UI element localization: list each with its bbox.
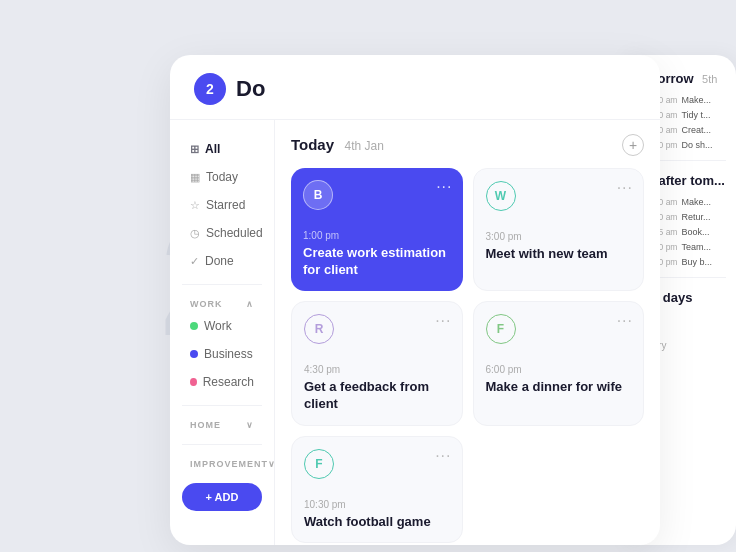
sidebar-item-scheduled[interactable]: ◷ Scheduled [182, 220, 262, 246]
check-icon: ✓ [190, 255, 199, 268]
task-menu-icon-4[interactable]: ··· [617, 312, 633, 330]
task-avatar-5: F [304, 449, 334, 479]
sidebar-label-research: Research [203, 375, 254, 389]
da-panel-task-4: Team... [681, 242, 711, 252]
task-menu-icon-1[interactable]: ··· [436, 178, 452, 196]
task-menu-icon-3[interactable]: ··· [435, 312, 451, 330]
main-card: 2 Do ⊞ All ▦ Today ☆ Starred ◷ Scheduled… [170, 55, 660, 545]
content-area: Today 4th Jan + ··· B 1:00 pm Create wor… [275, 120, 660, 545]
task-time-1: 1:00 pm [303, 230, 451, 241]
task-title-1: Create work estimation for client [303, 245, 451, 279]
today-title: Today [291, 136, 334, 153]
research-dot [190, 378, 197, 386]
da-panel-task-3: Book... [681, 227, 709, 237]
sidebar-item-starred[interactable]: ☆ Starred [182, 192, 262, 218]
task-title-3: Get a feedback from client [304, 379, 450, 413]
clock-icon: ◷ [190, 227, 200, 240]
task-title-2: Meet with new team [486, 246, 632, 263]
task-time-2: 3:00 pm [486, 231, 632, 242]
task-card-5[interactable]: ··· F 10:30 pm Watch football game [291, 436, 463, 544]
da-panel-task-5: Buy b... [681, 257, 712, 267]
card-body: ⊞ All ▦ Today ☆ Starred ◷ Scheduled ✓ Do… [170, 120, 660, 545]
sidebar-item-research[interactable]: Research [182, 369, 262, 395]
tomorrow-date: 5th [702, 73, 717, 85]
chevron-down-icon-home: ∨ [246, 420, 254, 430]
task-avatar-3: R [304, 314, 334, 344]
task-grid: ··· B 1:00 pm Create work estimation for… [291, 168, 644, 543]
sidebar-item-all[interactable]: ⊞ All [182, 136, 262, 162]
sidebar-label-all: All [205, 142, 220, 156]
task-time-3: 4:30 pm [304, 364, 450, 375]
task-menu-icon-5[interactable]: ··· [435, 447, 451, 465]
sidebar: ⊞ All ▦ Today ☆ Starred ◷ Scheduled ✓ Do… [170, 120, 275, 545]
task-card-4[interactable]: ··· F 6:00 pm Make a dinner for wife [473, 301, 645, 426]
star-icon: ☆ [190, 199, 200, 212]
task-time-5: 10:30 pm [304, 499, 450, 510]
page-title: Do [236, 76, 265, 102]
sidebar-label-business: Business [204, 347, 253, 361]
add-button[interactable]: + ADD [182, 483, 262, 511]
sidebar-divider-1 [182, 284, 262, 285]
sidebar-section-improvement[interactable]: IMPROVEMENT ∨ [182, 455, 262, 473]
panel-task-3: Creat... [681, 125, 711, 135]
task-menu-icon-2[interactable]: ··· [617, 179, 633, 197]
da-panel-task-1: Make... [681, 197, 711, 207]
sidebar-label-done: Done [205, 254, 234, 268]
task-card-2[interactable]: ··· W 3:00 pm Meet with new team [473, 168, 645, 291]
sidebar-label-starred: Starred [206, 198, 245, 212]
sidebar-divider-3 [182, 444, 262, 445]
sidebar-divider-2 [182, 405, 262, 406]
home-section-label: HOME [190, 420, 221, 430]
task-title-4: Make a dinner for wife [486, 379, 632, 396]
task-avatar-4: F [486, 314, 516, 344]
panel-task-2: Tidy t... [681, 110, 710, 120]
da-panel-task-2: Retur... [681, 212, 710, 222]
today-title-group: Today 4th Jan [291, 136, 384, 154]
sidebar-section-work[interactable]: WORK ∧ [182, 295, 262, 313]
today-section-header: Today 4th Jan + [291, 134, 644, 156]
add-task-circle-button[interactable]: + [622, 134, 644, 156]
task-avatar-1: B [303, 180, 333, 210]
sidebar-section-home[interactable]: HOME ∨ [182, 416, 262, 434]
sidebar-item-done[interactable]: ✓ Done [182, 248, 262, 274]
today-date: 4th Jan [345, 139, 384, 153]
chevron-up-icon: ∧ [246, 299, 254, 309]
calendar-icon: ▦ [190, 171, 200, 184]
grid-icon: ⊞ [190, 143, 199, 156]
header-badge: 2 [194, 73, 226, 105]
task-title-5: Watch football game [304, 514, 450, 531]
sidebar-item-today[interactable]: ▦ Today [182, 164, 262, 190]
sidebar-label-scheduled: Scheduled [206, 226, 263, 240]
sidebar-label-today: Today [206, 170, 238, 184]
improvement-section-label: IMPROVEMENT [190, 459, 268, 469]
panel-task-1: Make... [681, 95, 711, 105]
work-section-label: WORK [190, 299, 223, 309]
task-card-1[interactable]: ··· B 1:00 pm Create work estimation for… [291, 168, 463, 291]
work-dot [190, 322, 198, 330]
sidebar-label-work: Work [204, 319, 232, 333]
sidebar-item-business[interactable]: Business [182, 341, 262, 367]
sidebar-item-work[interactable]: Work [182, 313, 262, 339]
task-card-3[interactable]: ··· R 4:30 pm Get a feedback from client [291, 301, 463, 426]
business-dot [190, 350, 198, 358]
card-header: 2 Do [170, 55, 660, 120]
task-avatar-2: W [486, 181, 516, 211]
panel-task-4: Do sh... [681, 140, 712, 150]
task-time-4: 6:00 pm [486, 364, 632, 375]
